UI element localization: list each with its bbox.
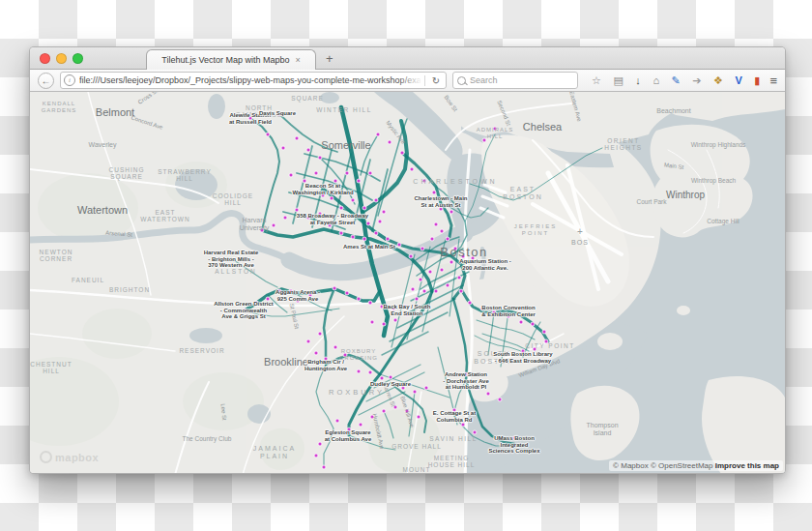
station-dot[interactable] <box>334 345 337 349</box>
station-dot[interactable] <box>450 210 453 214</box>
station-dot[interactable] <box>366 221 370 225</box>
station-dot[interactable] <box>318 442 322 446</box>
station-dot[interactable] <box>382 409 386 413</box>
station-dot[interactable] <box>281 146 285 150</box>
station-dot[interactable] <box>468 301 472 305</box>
station-dot[interactable] <box>493 127 497 131</box>
tab-close-icon[interactable]: × <box>295 55 300 65</box>
search-input[interactable]: Search <box>452 72 578 89</box>
station-dot[interactable] <box>457 276 461 280</box>
station-dot[interactable] <box>428 270 432 274</box>
station-dot[interactable] <box>266 297 270 301</box>
station-dot[interactable] <box>446 283 450 287</box>
station-dot[interactable] <box>378 220 382 223</box>
station-dot[interactable] <box>393 405 397 409</box>
station-dot[interactable] <box>492 310 496 314</box>
station-dot[interactable] <box>512 436 516 440</box>
station-dot[interactable] <box>374 198 378 202</box>
station-dot[interactable] <box>362 206 366 210</box>
station-dot[interactable] <box>357 179 361 183</box>
station-dot[interactable] <box>452 408 456 412</box>
station-dot[interactable] <box>507 314 510 318</box>
station-dot[interactable] <box>306 339 310 343</box>
station-dot[interactable] <box>450 260 453 264</box>
station-dot[interactable] <box>482 138 486 142</box>
station-dot[interactable] <box>357 369 361 373</box>
station-dot[interactable] <box>289 289 293 293</box>
palette-icon[interactable]: ❖ <box>713 73 723 88</box>
station-dot[interactable] <box>295 136 299 140</box>
station-dot[interactable] <box>368 301 372 305</box>
station-dot[interactable] <box>326 430 330 434</box>
station-dot[interactable] <box>480 307 484 310</box>
reload-button[interactable]: ↻ <box>424 75 443 86</box>
station-dot[interactable] <box>272 223 276 227</box>
page-info-icon[interactable]: i <box>64 74 75 86</box>
station-dot[interactable] <box>277 289 281 293</box>
station-dot[interactable] <box>393 318 397 322</box>
station-dot[interactable] <box>333 286 336 290</box>
station-dot[interactable] <box>306 148 310 152</box>
station-dot[interactable] <box>357 297 361 301</box>
extension-red-icon[interactable]: ▮ <box>754 73 760 88</box>
station-dot[interactable] <box>229 251 233 254</box>
station-dot[interactable] <box>386 237 390 241</box>
station-dot[interactable] <box>422 289 426 293</box>
station-dot[interactable] <box>318 332 322 336</box>
extension-v-icon[interactable]: V <box>735 73 741 88</box>
station-dot[interactable] <box>318 212 322 216</box>
close-window-button[interactable] <box>40 53 50 64</box>
mapbox-logo[interactable]: mapbox <box>40 451 99 463</box>
station-dot[interactable] <box>417 415 420 419</box>
station-dot[interactable] <box>461 423 465 427</box>
station-dot[interactable] <box>401 386 405 390</box>
station-dot[interactable] <box>370 415 374 419</box>
station-dot[interactable] <box>446 237 450 241</box>
station-dot[interactable] <box>347 428 351 431</box>
station-dot[interactable] <box>464 372 468 376</box>
station-dot[interactable] <box>422 179 426 183</box>
station-dot[interactable] <box>473 430 477 434</box>
station-dot[interactable] <box>420 247 424 251</box>
station-dot[interactable] <box>343 353 347 357</box>
station-dot[interactable] <box>370 320 374 324</box>
station-dot[interactable] <box>314 351 318 355</box>
station-dot[interactable] <box>521 349 525 353</box>
station-dot[interactable] <box>330 196 334 200</box>
station-dot[interactable] <box>306 216 310 220</box>
station-dot[interactable] <box>519 320 523 324</box>
tool-icon[interactable]: ➔ <box>692 73 701 88</box>
station-dot[interactable] <box>542 330 546 334</box>
station-dot[interactable] <box>544 339 548 343</box>
map-viewport[interactable]: KENDALL GARDENSBelmontWaverleyCUSHING SQ… <box>30 92 785 474</box>
station-dot[interactable] <box>382 210 386 214</box>
station-dot[interactable] <box>405 312 409 316</box>
home-icon[interactable]: ⌂ <box>652 73 659 88</box>
station-dot[interactable] <box>359 423 362 427</box>
station-dot[interactable] <box>380 376 384 380</box>
station-dot[interactable] <box>277 112 281 116</box>
station-dot[interactable] <box>321 193 325 197</box>
station-dot[interactable] <box>439 207 443 211</box>
reading-list-icon[interactable]: ▤ <box>613 73 623 88</box>
edit-pen-icon[interactable]: ✎ <box>672 73 681 88</box>
station-dot[interactable] <box>283 216 287 220</box>
station-dot[interactable] <box>459 289 463 293</box>
improve-map-link[interactable]: Improve this map <box>715 461 779 470</box>
station-dot[interactable] <box>531 322 535 326</box>
station-dot[interactable] <box>289 173 293 177</box>
station-dot[interactable] <box>471 256 475 260</box>
bookmark-star-icon[interactable]: ☆ <box>592 73 601 88</box>
station-dot[interactable] <box>380 305 384 309</box>
station-dot[interactable] <box>314 171 318 175</box>
url-bar[interactable]: i file:///Users/leejoey/Dropbox/_Project… <box>60 72 447 89</box>
station-dot[interactable] <box>376 133 380 136</box>
station-dot[interactable] <box>335 419 339 423</box>
station-dot[interactable] <box>243 309 246 312</box>
station-dot[interactable] <box>382 322 386 326</box>
station-dot[interactable] <box>266 133 270 136</box>
station-dot[interactable] <box>389 375 392 379</box>
station-dot[interactable] <box>440 268 444 272</box>
station-dot[interactable] <box>388 140 392 144</box>
station-dot[interactable] <box>411 287 415 291</box>
